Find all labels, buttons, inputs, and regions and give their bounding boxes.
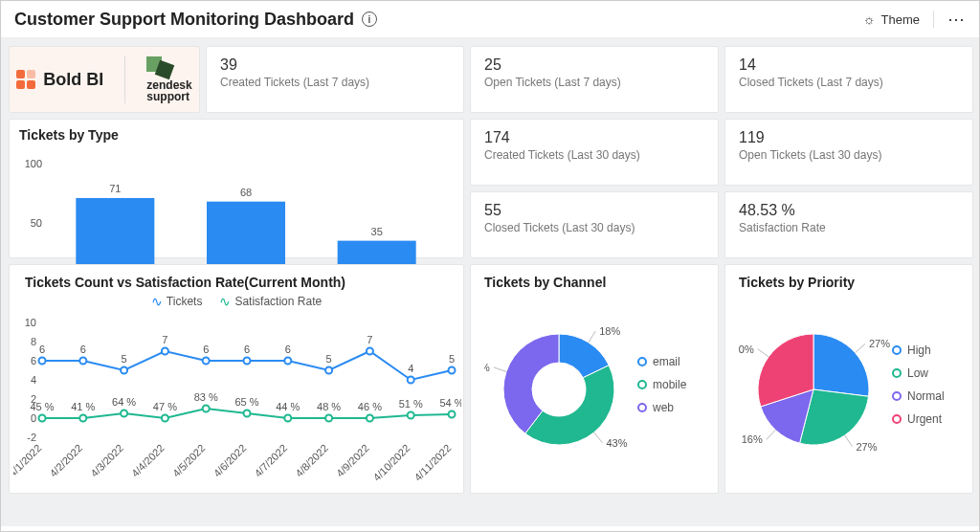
svg-text:4/5/2022: 4/5/2022 <box>170 442 208 479</box>
svg-text:4/1/2022: 4/1/2022 <box>13 442 43 479</box>
svg-text:54 %: 54 % <box>439 397 461 409</box>
svg-text:4/2/2022: 4/2/2022 <box>47 442 84 479</box>
svg-line-80 <box>856 344 866 352</box>
svg-line-82 <box>845 435 853 447</box>
boldbi-logo-icon <box>16 70 35 89</box>
svg-text:6: 6 <box>39 344 45 355</box>
kpi-created-7d: 39 Created Tickets (Last 7 days) <box>206 46 464 113</box>
svg-text:4/9/2022: 4/9/2022 <box>334 442 371 479</box>
svg-text:47 %: 47 % <box>153 401 177 412</box>
svg-line-76 <box>594 432 603 443</box>
svg-point-62 <box>244 410 251 417</box>
svg-text:0: 0 <box>31 412 36 424</box>
legend-item: Low <box>892 366 945 380</box>
svg-line-74 <box>589 331 595 343</box>
svg-text:18%: 18% <box>599 325 620 337</box>
svg-text:4/10/2022: 4/10/2022 <box>371 442 412 483</box>
svg-point-58 <box>162 415 168 422</box>
svg-point-56 <box>121 410 127 417</box>
wave-icon: ∿ <box>151 294 163 309</box>
svg-text:7: 7 <box>162 334 167 345</box>
svg-text:100: 100 <box>25 158 42 169</box>
svg-text:43%: 43% <box>607 437 628 449</box>
svg-text:41 %: 41 % <box>71 401 95 412</box>
more-menu-button[interactable]: ⋯ <box>947 9 966 30</box>
kpi-created-30d: 174 Created Tickets (Last 30 days) <box>470 119 719 186</box>
zendesk-logo: zendesk support <box>146 56 191 102</box>
line-chart-svg: -202468104/1/20224/2/20224/3/20224/4/202… <box>13 313 461 485</box>
svg-text:4: 4 <box>31 374 36 386</box>
chart-tickets-by-channel: Tickets by Channel 18%43%40% emailmobile… <box>470 264 719 494</box>
svg-text:5: 5 <box>449 353 455 365</box>
svg-text:71: 71 <box>109 183 121 194</box>
svg-text:4/8/2022: 4/8/2022 <box>293 442 330 479</box>
svg-point-48 <box>408 377 414 384</box>
svg-text:8: 8 <box>31 336 36 347</box>
svg-point-72 <box>449 411 456 418</box>
legend-item: email <box>637 355 686 368</box>
svg-point-52 <box>39 415 46 422</box>
svg-line-78 <box>494 367 506 371</box>
svg-line-84 <box>767 430 776 439</box>
svg-text:64 %: 64 % <box>112 396 136 408</box>
svg-text:35: 35 <box>371 226 383 237</box>
legend-item: Urgent <box>892 412 945 426</box>
svg-text:6: 6 <box>80 344 86 355</box>
svg-point-30 <box>39 358 46 365</box>
theme-label: Theme <box>881 12 920 27</box>
svg-point-40 <box>244 358 251 365</box>
svg-text:10: 10 <box>25 317 36 328</box>
svg-text:27%: 27% <box>856 441 877 453</box>
brand-card: Bold BI zendesk support <box>9 46 200 113</box>
chart-tickets-by-type: Tickets by Type 05010071Feature Request6… <box>9 119 464 258</box>
svg-text:4/11/2022: 4/11/2022 <box>412 442 453 483</box>
svg-text:51 %: 51 % <box>399 398 423 410</box>
svg-text:4/3/2022: 4/3/2022 <box>88 442 125 479</box>
chart-tickets-by-priority: Tickets by Priority 27%27%16%30% HighLow… <box>724 264 973 494</box>
svg-text:6: 6 <box>31 355 36 366</box>
pie-chart-svg: 27%27%16%30% <box>739 294 892 476</box>
legend-item: web <box>637 401 686 414</box>
svg-text:30%: 30% <box>739 344 754 355</box>
kpi-closed-7d: 14 Closed Tickets (Last 7 days) <box>724 46 973 113</box>
svg-point-34 <box>121 367 127 374</box>
svg-text:44 %: 44 % <box>276 401 300 412</box>
wave-icon: ∿ <box>219 294 231 309</box>
legend-item: Normal <box>892 389 945 403</box>
svg-text:6: 6 <box>285 344 291 355</box>
theme-button[interactable]: ☼ Theme <box>863 11 920 27</box>
legend-item: High <box>892 344 945 357</box>
svg-line-86 <box>758 349 768 357</box>
svg-text:6: 6 <box>244 344 250 355</box>
svg-point-42 <box>284 358 291 365</box>
svg-text:50: 50 <box>31 217 42 229</box>
svg-text:5: 5 <box>122 353 127 365</box>
svg-text:4/7/2022: 4/7/2022 <box>252 442 289 479</box>
svg-point-44 <box>325 367 332 374</box>
kpi-satisfaction: 48.53 % Satisfaction Rate <box>724 191 973 258</box>
kpi-open-30d: 119 Open Tickets (Last 30 days) <box>724 119 973 186</box>
donut-chart-svg: 18%43%40% <box>484 294 637 476</box>
svg-point-54 <box>79 415 86 422</box>
svg-point-50 <box>449 367 456 374</box>
svg-text:-2: -2 <box>27 432 36 443</box>
page-title: Customer Support Monitoring Dashboard <box>14 10 354 30</box>
svg-point-66 <box>325 415 332 422</box>
svg-point-70 <box>408 412 414 419</box>
sun-icon: ☼ <box>863 11 876 27</box>
svg-point-36 <box>162 348 168 355</box>
legend-item: mobile <box>637 378 686 391</box>
svg-point-60 <box>203 406 210 412</box>
info-icon[interactable]: i <box>362 11 377 27</box>
svg-text:46 %: 46 % <box>358 401 382 412</box>
svg-text:16%: 16% <box>742 433 763 445</box>
kpi-closed-30d: 55 Closed Tickets (Last 30 days) <box>470 191 719 258</box>
svg-point-46 <box>367 348 373 355</box>
kpi-open-7d: 25 Open Tickets (Last 7 days) <box>470 46 719 113</box>
chart-count-vs-satisfaction: Tickets Count vs Satisfaction Rate(Curre… <box>9 264 464 494</box>
svg-text:4/4/2022: 4/4/2022 <box>129 442 167 479</box>
separator <box>933 11 934 28</box>
svg-text:83 %: 83 % <box>194 391 218 403</box>
svg-text:5: 5 <box>326 353 332 365</box>
svg-text:65 %: 65 % <box>234 396 258 408</box>
